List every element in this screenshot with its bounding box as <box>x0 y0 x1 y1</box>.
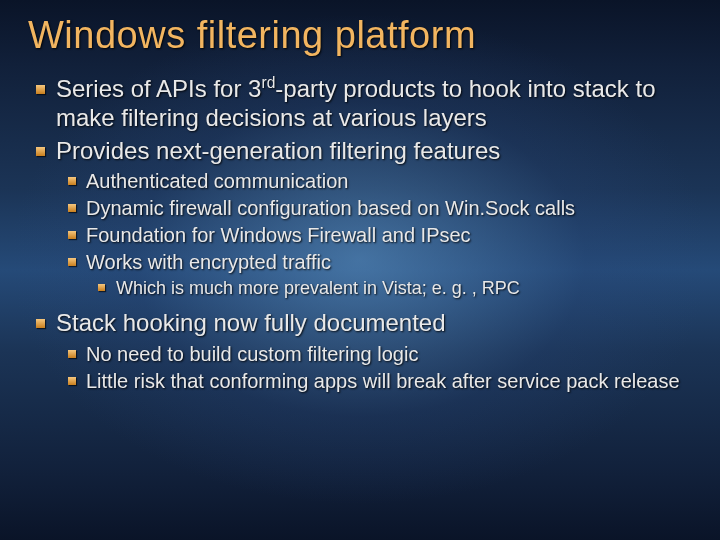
bullet-level1: Series of APIs for 3rd-party products to… <box>28 75 692 133</box>
bullet-level2: Works with encrypted traffic <box>28 250 692 275</box>
bullet-level2: Authenticated communication <box>28 169 692 194</box>
bullet-level1: Provides next-generation filtering featu… <box>28 137 692 166</box>
bullet-level2: Foundation for Windows Firewall and IPse… <box>28 223 692 248</box>
bullet-level3: Which is much more prevalent in Vista; e… <box>28 277 692 300</box>
bullet-level2: No need to build custom filtering logic <box>28 342 692 367</box>
bullet-level2: Little risk that conforming apps will br… <box>28 369 692 394</box>
slide: Windows filtering platform Series of API… <box>0 0 720 540</box>
superscript: rd <box>261 74 275 91</box>
bullet-level1: Stack hooking now fully documented <box>28 309 692 338</box>
slide-title: Windows filtering platform <box>28 14 692 57</box>
bullet-level2: Dynamic firewall configuration based on … <box>28 196 692 221</box>
text-fragment: Series of APIs for 3 <box>56 75 261 102</box>
